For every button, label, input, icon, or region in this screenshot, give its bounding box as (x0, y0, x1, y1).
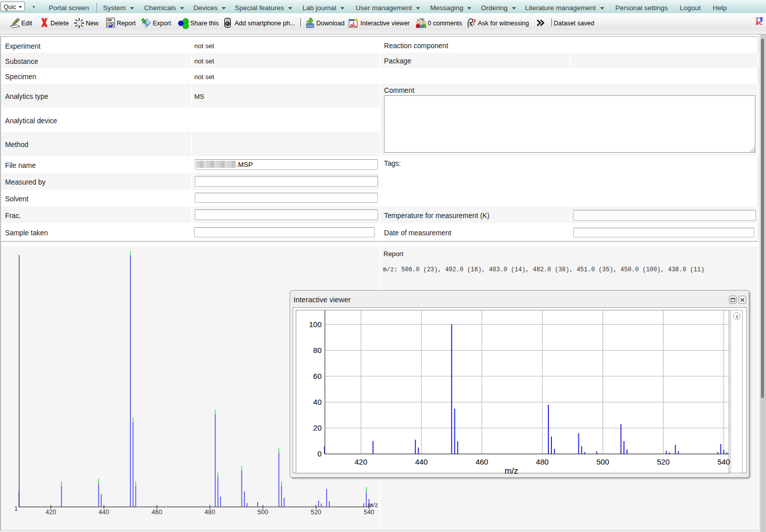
svg-text:40: 40 (313, 398, 322, 406)
svg-text:480: 480 (204, 509, 215, 516)
svg-text:540: 540 (717, 457, 730, 466)
svg-text:PDF: PDF (108, 19, 113, 22)
svg-text:20: 20 (313, 423, 322, 432)
svg-text:80: 80 (313, 346, 322, 354)
svg-text:1: 1 (14, 505, 18, 512)
svg-text:420: 420 (355, 457, 367, 466)
svg-text:60: 60 (313, 372, 322, 380)
svg-text:m/z: m/z (505, 466, 518, 474)
svg-text:520: 520 (310, 509, 321, 516)
svg-text:0: 0 (318, 449, 322, 458)
svg-text:520: 520 (657, 457, 670, 466)
svg-text:500: 500 (258, 509, 268, 516)
svg-text:540: 540 (364, 509, 374, 516)
svg-text:440: 440 (415, 457, 428, 466)
svg-text:440: 440 (98, 509, 109, 516)
svg-text:100: 100 (309, 320, 322, 329)
svg-text:500: 500 (597, 457, 609, 466)
svg-text:m/z: m/z (368, 502, 378, 509)
svg-text:?!: ?! (420, 18, 423, 21)
svg-text:480: 480 (536, 457, 549, 466)
svg-text:420: 420 (46, 509, 56, 516)
svg-text:460: 460 (152, 509, 162, 516)
svg-text:?: ? (472, 18, 476, 27)
svg-text:460: 460 (475, 457, 488, 466)
